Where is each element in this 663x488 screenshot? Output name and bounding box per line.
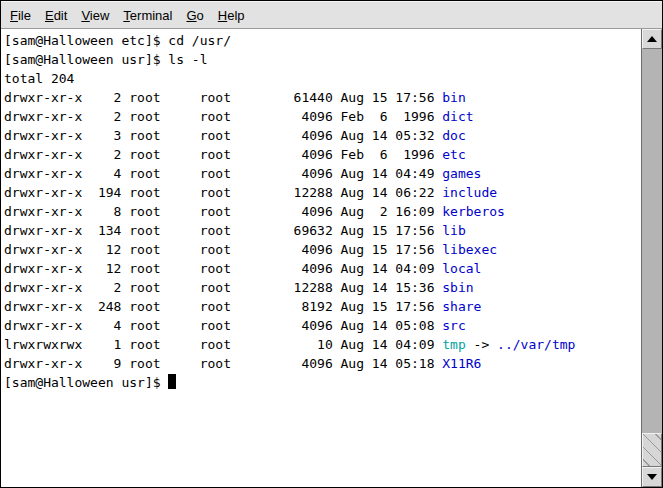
directory-name: sbin [442,280,473,295]
terminal-line: drwxr-xr-x 194 root root 12288 Aug 14 06… [4,183,641,202]
scrollbar-thumb[interactable] [642,433,662,467]
menu-edit-mnemonic: E [45,8,54,23]
directory-name: X11R6 [442,356,481,371]
terminal-line: drwxr-xr-x 248 root root 8192 Aug 15 17:… [4,297,641,316]
menu-go[interactable]: Go [179,3,210,28]
directory-name: lib [442,223,465,238]
terminal-text: drwxr-xr-x 2 root root 61440 Aug 15 17:5… [4,90,442,105]
terminal-text: drwxr-xr-x 194 root root 12288 Aug 14 06… [4,185,442,200]
terminal-line: drwxr-xr-x 4 root root 4096 Aug 14 05:08… [4,316,641,335]
directory-name: doc [442,128,465,143]
menu-go-mnemonic: G [186,8,196,23]
menu-bar: File Edit View Terminal Go Help [1,1,662,29]
terminal-line: drwxr-xr-x 3 root root 4096 Aug 14 05:32… [4,126,641,145]
window-content: [sam@Halloween etc]$ cd /usr/[sam@Hallow… [1,29,662,487]
terminal-line: total 204 [4,69,641,88]
terminal-text: [sam@Halloween usr]$ [4,375,168,390]
terminal-line: lrwxrwxrwx 1 root root 10 Aug 14 04:09 t… [4,335,641,354]
menu-help-mnemonic: H [218,8,227,23]
symlink-name: tmp [442,337,465,352]
menu-file-label: ile [18,8,31,23]
menu-terminal[interactable]: Terminal [116,3,179,28]
menu-view-label: iew [90,8,110,23]
menu-file[interactable]: File [3,3,38,28]
menu-view[interactable]: View [74,3,116,28]
terminal-line: [sam@Halloween usr]$ ls -l [4,50,641,69]
up-arrow-icon [647,36,657,42]
terminal-line: drwxr-xr-x 2 root root 61440 Aug 15 17:5… [4,88,641,107]
directory-name: etc [442,147,465,162]
terminal-text: -> [466,337,497,352]
terminal-text: drwxr-xr-x 12 root root 4096 Aug 14 04:0… [4,261,442,276]
scroll-up-button[interactable] [642,29,662,49]
terminal-output[interactable]: [sam@Halloween etc]$ cd /usr/[sam@Hallow… [1,29,641,487]
directory-name: libexec [442,242,497,257]
terminal-line: drwxr-xr-x 4 root root 4096 Aug 14 04:49… [4,164,641,183]
directory-name: share [442,299,481,314]
directory-name: include [442,185,497,200]
terminal-line: [sam@Halloween etc]$ cd /usr/ [4,31,641,50]
terminal-cursor [168,374,176,389]
terminal-line: drwxr-xr-x 2 root root 12288 Aug 14 15:3… [4,278,641,297]
directory-name: ../var/tmp [497,337,575,352]
terminal-text: total 204 [4,71,74,86]
terminal-text: lrwxrwxrwx 1 root root 10 Aug 14 04:09 [4,337,442,352]
scrollbar-trough[interactable] [642,49,662,433]
terminal-text: drwxr-xr-x 248 root root 8192 Aug 15 17:… [4,299,442,314]
directory-name: games [442,166,481,181]
menu-view-mnemonic: V [81,8,89,23]
down-arrow-icon [647,474,657,480]
menu-help[interactable]: Help [211,3,252,28]
scrollbar [641,29,662,487]
scroll-down-button[interactable] [642,467,662,487]
directory-name: dict [442,109,473,124]
terminal-line: drwxr-xr-x 8 root root 4096 Aug 2 16:09 … [4,202,641,221]
terminal-text: drwxr-xr-x 4 root root 4096 Aug 14 04:49 [4,166,442,181]
menu-file-mnemonic: F [10,8,18,23]
terminal-line: drwxr-xr-x 2 root root 4096 Feb 6 1996 e… [4,145,641,164]
terminal-text: drwxr-xr-x 3 root root 4096 Aug 14 05:32 [4,128,442,143]
terminal-text: drwxr-xr-x 8 root root 4096 Aug 2 16:09 [4,204,442,219]
terminal-text: drwxr-xr-x 134 root root 69632 Aug 15 17… [4,223,442,238]
terminal-text: drwxr-xr-x 12 root root 4096 Aug 15 17:5… [4,242,442,257]
terminal-text: drwxr-xr-x 2 root root 4096 Feb 6 1996 [4,147,442,162]
terminal-line: drwxr-xr-x 134 root root 69632 Aug 15 17… [4,221,641,240]
terminal-line: drwxr-xr-x 9 root root 4096 Aug 14 05:18… [4,354,641,373]
directory-name: kerberos [442,204,505,219]
terminal-text: drwxr-xr-x 2 root root 4096 Feb 6 1996 [4,109,442,124]
directory-name: bin [442,90,465,105]
menu-go-label: o [197,8,204,23]
terminal-window: File Edit View Terminal Go Help [sam@Hal… [0,0,663,488]
terminal-line: [sam@Halloween usr]$ [4,373,641,392]
terminal-text: [sam@Halloween usr]$ ls -l [4,52,208,67]
menu-edit-label: dit [54,8,68,23]
directory-name: src [442,318,465,333]
terminal-text: [sam@Halloween etc]$ cd /usr/ [4,33,231,48]
terminal-text: drwxr-xr-x 9 root root 4096 Aug 14 05:18 [4,356,442,371]
terminal-line: drwxr-xr-x 12 root root 4096 Aug 15 17:5… [4,240,641,259]
menu-edit[interactable]: Edit [38,3,74,28]
menu-terminal-label: erminal [130,8,173,23]
terminal-text: drwxr-xr-x 4 root root 4096 Aug 14 05:08 [4,318,442,333]
directory-name: local [442,261,481,276]
terminal-line: drwxr-xr-x 12 root root 4096 Aug 14 04:0… [4,259,641,278]
terminal-text: drwxr-xr-x 2 root root 12288 Aug 14 15:3… [4,280,442,295]
terminal-line: drwxr-xr-x 2 root root 4096 Feb 6 1996 d… [4,107,641,126]
menu-help-label: elp [227,8,244,23]
